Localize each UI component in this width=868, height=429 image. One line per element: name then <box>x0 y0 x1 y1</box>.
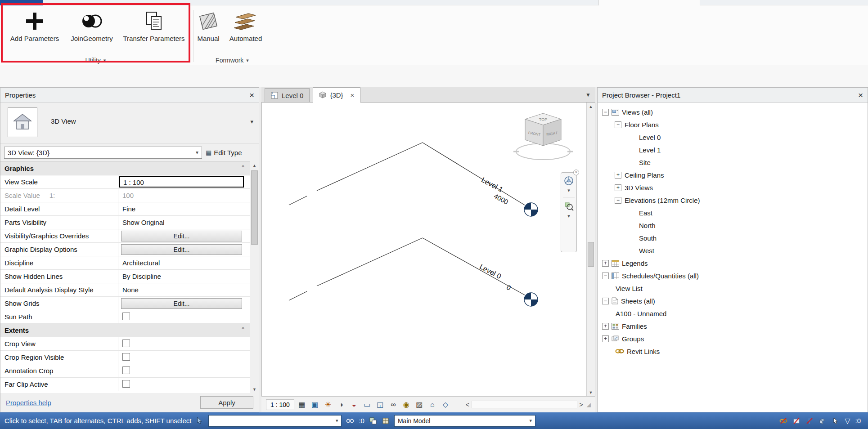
detail-level-icon[interactable]: ▦ <box>297 399 307 410</box>
tree-item-level-0[interactable]: Level 0 <box>598 131 868 143</box>
section-extents[interactable]: Extents ^ <box>0 324 250 337</box>
show-grids-edit-button[interactable]: Edit... <box>121 298 242 309</box>
manual-formwork-button[interactable]: Manual <box>194 9 222 44</box>
tree-item-site[interactable]: Site <box>598 156 868 169</box>
tree-item-sheets[interactable]: − Sheets (all) <box>598 295 868 307</box>
chevron-down-icon[interactable]: ▾ <box>250 118 253 125</box>
steering-wheel-icon[interactable] <box>563 175 574 186</box>
crop-region-visible-checkbox[interactable] <box>122 353 130 361</box>
tree-item-floor-plans[interactable]: − Floor Plans <box>598 118 868 131</box>
collapse-icon[interactable]: ^ <box>242 324 250 337</box>
expand-expander-icon[interactable]: + <box>602 260 609 267</box>
scale-button[interactable]: 1 : 100 <box>266 399 294 410</box>
wheel-dropdown-icon[interactable]: ▾ <box>567 188 570 193</box>
graphic-display-edit-button[interactable]: Edit... <box>121 244 242 255</box>
scroll-up-icon[interactable]: ▲ <box>587 103 595 110</box>
expand-expander-icon[interactable]: + <box>615 184 621 191</box>
hscroll-track[interactable] <box>472 401 577 408</box>
render-icon[interactable]: ◒ <box>349 399 360 410</box>
active-ribbon-tab[interactable] <box>598 0 700 5</box>
reveal-hidden-elements-icon[interactable]: ◉ <box>401 399 412 410</box>
filter-icon[interactable]: ▽ <box>845 416 850 425</box>
viewcube-top-label[interactable]: TOP <box>539 117 547 122</box>
expand-expander-icon[interactable]: + <box>602 335 609 342</box>
active-workset-dropdown[interactable]: ▾ <box>208 415 342 427</box>
select-pinned-toggle-icon[interactable] <box>805 417 814 425</box>
collapse-expander-icon[interactable]: − <box>602 109 609 116</box>
show-crop-region-icon[interactable]: ◱ <box>375 399 386 410</box>
press-drag-toggle-icon[interactable] <box>196 417 204 425</box>
hscroll-left-icon[interactable]: < <box>466 401 469 408</box>
transfer-parameters-button[interactable]: Transfer Parameters <box>118 9 190 44</box>
detail-level-value[interactable]: Fine <box>118 202 245 215</box>
view-scale-value[interactable]: 1 : 100 <box>119 176 244 188</box>
tree-item-revit-links[interactable]: Revit Links <box>598 345 868 358</box>
tree-item-a100-unnamed[interactable]: A100 - Unnamed <box>598 307 868 320</box>
automated-formwork-button[interactable]: Automated <box>224 9 267 44</box>
sun-path-icon[interactable]: ☀ <box>323 399 333 410</box>
viewcube[interactable]: TOP FRONT RIGHT <box>511 107 578 163</box>
tab-level-0[interactable]: Level 0 <box>265 88 310 102</box>
main-model-icon[interactable] <box>382 417 390 425</box>
parts-visibility-value[interactable]: Show Original <box>118 216 245 229</box>
resize-grip-icon[interactable]: ◢ <box>587 402 591 408</box>
collapse-expander-icon[interactable]: − <box>615 197 621 204</box>
select-links-toggle-icon[interactable] <box>779 417 787 425</box>
view-type-combo[interactable]: 3D View: {3D} ▾ <box>4 147 202 159</box>
crop-view-checkbox[interactable] <box>122 340 130 347</box>
vg-overrides-edit-button[interactable]: Edit... <box>121 231 242 241</box>
select-by-face-toggle-icon[interactable] <box>819 417 827 425</box>
temporary-view-properties-icon[interactable]: ▨ <box>414 399 425 410</box>
tab-close-icon[interactable]: × <box>351 91 355 99</box>
reveal-constraints-icon[interactable]: ◇ <box>440 399 451 410</box>
tab-list-dropdown-icon[interactable]: ▼ <box>585 92 591 98</box>
show-hidden-lines-value[interactable]: By Discipline <box>118 270 245 283</box>
sun-path-checkbox[interactable] <box>122 313 130 320</box>
scroll-down-icon[interactable]: ▼ <box>587 389 595 396</box>
tree-item-families[interactable]: + Families <box>598 320 868 332</box>
drag-on-selection-toggle-icon[interactable] <box>832 417 840 425</box>
navbar-close-icon[interactable]: × <box>573 170 579 175</box>
apply-button[interactable]: Apply <box>200 396 253 409</box>
analytical-model-icon[interactable]: ⌂ <box>427 399 438 410</box>
canvas-vertical-scrollbar[interactable]: ▲ ▼ <box>586 103 595 396</box>
far-clip-active-checkbox[interactable] <box>122 380 130 388</box>
crop-view-icon[interactable]: ▭ <box>362 399 373 410</box>
scroll-up-icon[interactable]: ▲ <box>250 161 259 169</box>
tree-item-west[interactable]: West <box>598 244 868 257</box>
discipline-value[interactable]: Architectural <box>118 256 245 269</box>
formwork-panel-label[interactable]: Formwork ▾ <box>194 57 270 64</box>
type-selector[interactable]: 3D View ▾ <box>0 103 259 143</box>
select-underlay-toggle-icon[interactable] <box>792 417 801 425</box>
properties-scrollbar[interactable]: ▲ ▼ <box>250 161 259 393</box>
property-value-cell[interactable]: 1 : 100 <box>118 175 245 188</box>
design-option-dropdown[interactable]: Main Model ▾ <box>394 415 535 427</box>
tree-item-ceiling-plans[interactable]: + Ceiling Plans <box>598 169 868 181</box>
tree-item-east[interactable]: East <box>598 206 868 219</box>
edit-type-button[interactable]: ▦ Edit Type <box>206 149 242 156</box>
file-menu-button[interactable] <box>0 0 43 5</box>
expand-expander-icon[interactable]: + <box>602 323 609 330</box>
tree-item-legends[interactable]: + Legends <box>598 257 868 269</box>
shadows-icon[interactable]: ◑ <box>336 399 346 410</box>
tree-item-view-list[interactable]: View List <box>598 282 868 295</box>
section-graphics[interactable]: Graphics ^ <box>0 162 250 175</box>
zoom-icon[interactable] <box>563 201 574 212</box>
design-options-icon[interactable] <box>369 417 377 425</box>
properties-help-link[interactable]: Properties help <box>6 399 51 407</box>
tree-item-schedules[interactable]: − Schedules/Quantities (all) <box>598 269 868 282</box>
collapse-icon[interactable]: ^ <box>242 162 250 175</box>
zoom-dropdown-icon[interactable]: ▾ <box>567 213 570 219</box>
join-geometry-button[interactable]: JoinGeometry <box>66 9 118 44</box>
add-parameters-button[interactable]: Add Parameters <box>4 9 65 44</box>
tree-item-elevations[interactable]: − Elevations (12mm Circle) <box>598 194 868 206</box>
hscroll-right-icon[interactable]: > <box>580 401 583 408</box>
annotation-crop-checkbox[interactable] <box>122 366 130 374</box>
tree-item-views[interactable]: − Views (all) <box>598 106 868 118</box>
utility-panel-label[interactable]: Utility ▾ <box>0 57 191 64</box>
collapse-expander-icon[interactable]: − <box>602 273 609 279</box>
close-icon[interactable]: × <box>249 91 254 99</box>
tab-3d[interactable]: {3D} × <box>313 87 360 103</box>
model-canvas[interactable]: Level 1 4000 Level 0 0 TOP FRONT RIGHT × <box>261 103 595 396</box>
temporary-hide-isolate-icon[interactable]: ∞ <box>388 399 399 410</box>
